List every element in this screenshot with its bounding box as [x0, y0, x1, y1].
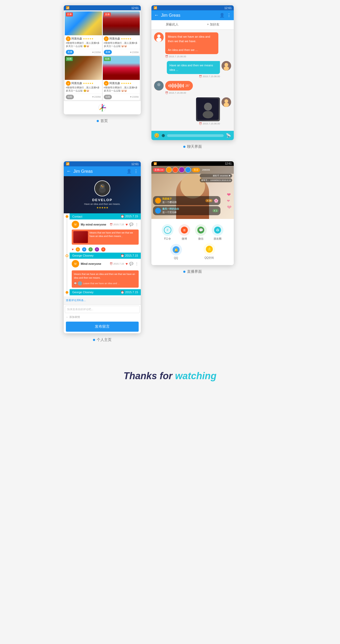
profile-label-text: 个人主页	[97, 338, 112, 342]
profile-avatar-img	[95, 180, 110, 196]
chat-sub-header: 屏蔽此人 + 加好友	[151, 20, 234, 30]
share-label-forder: F口令	[164, 237, 171, 241]
comment-placeholder[interactable]: 快来发表你的评论吧...	[67, 308, 93, 311]
feed-stars-4: ★★★★★	[121, 82, 131, 85]
block-user-btn[interactable]: 屏蔽此人	[151, 20, 193, 29]
feed-info-3: A 阿晨先森 ★★★★★ #斯德哥尔摩旅行，新人直播#多多关注一么么哒 😊🐷	[65, 80, 102, 93]
live-btn-2[interactable]: 直播	[104, 50, 112, 54]
thanks-text: Thanks for watching	[124, 370, 216, 382]
mini-av-1: A	[76, 247, 80, 252]
share-icon-weibo[interactable]: 微	[178, 224, 190, 236]
group-btn-2[interactable]: 组图	[104, 95, 112, 99]
chat-back-button[interactable]: ←	[154, 12, 159, 18]
send-btn[interactable]: 📡	[226, 133, 231, 138]
profile-section: 📶 12:61 ← Jim Greas 👤 ⋮	[64, 161, 141, 347]
share-icon-moments[interactable]: ♻	[212, 224, 223, 236]
msg-bubble-1: Means that we have an idea and then we t…	[165, 32, 218, 54]
add-friend-btn[interactable]: + 加好友	[193, 20, 234, 29]
live-btn-1[interactable]: 直播	[66, 50, 74, 54]
add-media-btn[interactable]: ⊕	[162, 133, 165, 138]
reply-icon: 💬	[74, 282, 77, 285]
svg-point-1	[101, 107, 103, 109]
profile-more-icon[interactable]: ⋮	[134, 169, 138, 174]
svg-point-12	[224, 103, 229, 107]
george-label-1: George Clooney	[72, 254, 94, 257]
chat-phone: 📶 12:61 ← Jim Greas 👤 ⋮ 屏蔽此人 + 加好友	[151, 5, 234, 140]
heart-icon-1[interactable]: ♥	[126, 222, 128, 227]
share-icon-qq[interactable]: 🔔	[170, 244, 182, 256]
reply-av	[78, 281, 82, 286]
live-status-time: 12:61	[225, 162, 232, 165]
feed-username-1: 阿晨先森	[71, 37, 82, 41]
svg-text:F: F	[167, 229, 168, 232]
add-emoji-btn[interactable]: ← 添加表情	[64, 314, 141, 320]
chat-more-icon[interactable]: ⋮	[227, 13, 231, 18]
feed-desc-4: #斯德哥尔摩旅行，新人直播#多多关注一么么哒 🐷🐷	[104, 86, 139, 92]
svg-point-3	[157, 34, 160, 38]
heart-icon-2[interactable]: ♥	[126, 262, 128, 266]
share-icon-forder[interactable]: F	[162, 224, 173, 236]
main-container: 📶 12:61 直播 A 阿晨先森 ★★★★★	[0, 0, 340, 408]
comment-2-count: X 1	[212, 209, 218, 212]
publish-button[interactable]: 发布留言	[66, 322, 139, 332]
posts-container: Contact ⏰ 2015.7.15 M My mind everyone ⏰…	[64, 213, 141, 295]
george-dot-2	[66, 291, 68, 294]
msg-time-2: ⏰ 2015.7.15.08.00	[167, 75, 220, 78]
post-1-avatar: M	[72, 221, 79, 228]
group-btn-1[interactable]: 组图	[66, 95, 74, 99]
share-icon-wechat[interactable]: 💬	[195, 224, 207, 236]
post-1-date: ⏰ 2015.7.15	[110, 223, 124, 226]
post-2-avatar: M	[72, 260, 79, 267]
feed-img-building: 直播	[103, 11, 140, 35]
heart-big: ❤	[227, 192, 232, 198]
feed-stars-2: ★★★★★	[121, 37, 131, 40]
chat-person-icon[interactable]: 👤	[219, 13, 225, 18]
comments-view[interactable]: 查看评论306条...	[64, 296, 141, 305]
post-2-content: Means that we have an idea and then we t…	[72, 270, 139, 288]
post-1-text: Means that we have and then we that we h…	[90, 231, 137, 238]
heart-small: ❤	[227, 204, 232, 211]
live-status-left: 📶	[154, 162, 157, 165]
profile-back-button[interactable]: ←	[66, 168, 71, 174]
coins-value: 3530590	[220, 175, 228, 177]
contact-group: Contact ⏰ 2015.7.15	[64, 213, 141, 219]
status-left: 📶	[66, 6, 70, 10]
follow-button[interactable]: 关注	[192, 168, 200, 172]
audio-bubble-1[interactable]: 25"	[165, 81, 193, 90]
emoji-btn[interactable]: 😊	[154, 133, 159, 138]
chat-text-input[interactable]	[167, 134, 224, 137]
comments-link[interactable]: 查看评论306条...	[66, 299, 86, 302]
svg-point-18	[100, 184, 105, 189]
svg-point-21	[101, 185, 102, 186]
more-icon-2[interactable]: ⋮	[135, 262, 139, 266]
feed-card-1: 直播 A 阿晨先森 ★★★★★ #斯德哥尔摩旅行，新人直播#多多关注一么么哒 😊…	[65, 11, 102, 55]
share-label-qq: QQ	[174, 257, 178, 260]
george-header-1: George Clooney ⏰ 2015.7.15	[70, 253, 141, 259]
george-group-1: George Clooney ⏰ 2015.7.15	[64, 253, 141, 259]
feed-desc-3: #斯德哥尔摩旅行，新人直播#多多关注一么么哒 😊🐷	[66, 86, 101, 92]
mini-av-4: D	[95, 247, 99, 252]
profile-dot	[93, 339, 95, 341]
share-icon-qqzone[interactable]: ⭐	[203, 243, 215, 255]
live-info-right: 播客币 3530590 ▶ 播客号： 100685623 2016.6.19	[200, 174, 232, 182]
svg-point-15	[203, 111, 213, 118]
message-3: 25" ⏰ 2015.7.15.08.00	[154, 81, 231, 94]
chat-label-text: 聊天界面	[187, 144, 202, 149]
wave-bar-10	[180, 84, 181, 88]
feed-desc-1: #斯德哥尔摩旅行，新人直播#多多关注一么么哒 😊🐷	[66, 42, 101, 48]
more-icon-1[interactable]: ⋮	[135, 222, 139, 227]
comment-icon-1[interactable]: 💬	[129, 223, 133, 226]
feed-stars-1: ★★★★★	[83, 37, 94, 40]
profile-title: Jim Greas	[73, 169, 124, 174]
post-2-reply: 💬 Leave that we have an idea and ...	[74, 281, 137, 286]
profile-avatar	[94, 180, 110, 196]
profile-person-icon[interactable]: 👤	[126, 169, 132, 174]
feed-username-3: 阿晨先森	[71, 81, 82, 85]
live-hearts-area: ❤ ❤ ❤	[227, 192, 232, 211]
live-share-row-1: F F口令 微 微博	[154, 222, 231, 243]
feed-user-1: A 阿晨先森 ★★★★★	[66, 36, 101, 41]
wave-bar-6	[175, 84, 176, 88]
user-avatar-4: A	[104, 81, 109, 86]
comment-icon-2[interactable]: 💬	[129, 262, 133, 266]
profile-header: ← Jim Greas 👤 ⋮	[64, 166, 141, 176]
